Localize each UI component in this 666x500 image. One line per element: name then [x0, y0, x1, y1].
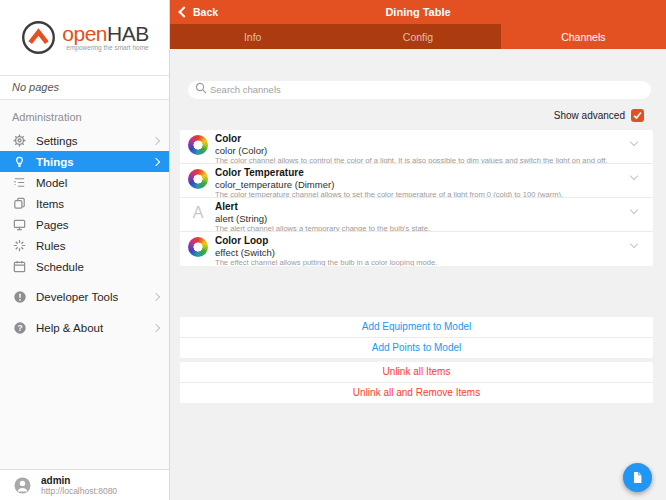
- unlink-actions-card: Unlink all Items Unlink all and Remove I…: [180, 362, 653, 403]
- channel-title: Color Loop: [215, 235, 437, 247]
- color-wheel-icon: [188, 237, 208, 257]
- openhab-logo-icon: [20, 19, 57, 56]
- sidebar-item-help-about[interactable]: ? Help & About: [0, 317, 169, 338]
- openhab-admin-app: openHAB empowering the smart home No pag…: [0, 0, 666, 500]
- sidebar-item-label: Rules: [36, 240, 159, 252]
- color-wheel-icon: [188, 135, 208, 155]
- channel-title: Color Temperature: [215, 167, 563, 179]
- channel-row-color-loop[interactable]: Color Loop effect (Switch) The effect ch…: [180, 232, 653, 266]
- channel-row-color[interactable]: Color color (Color) The color channel al…: [180, 130, 653, 164]
- tab-config[interactable]: Config: [335, 24, 500, 49]
- svg-text:?: ?: [17, 322, 22, 332]
- chevron-down-icon[interactable]: [630, 240, 638, 248]
- brand-tagline: empowering the smart home: [62, 45, 148, 52]
- sidebar-item-label: Pages: [36, 219, 159, 231]
- sidebar-item-things[interactable]: Things: [0, 151, 169, 172]
- channel-row-color-temperature[interactable]: Color Temperature color_temperature (Dim…: [180, 164, 653, 198]
- user-name: admin: [41, 475, 117, 486]
- avatar: [14, 477, 31, 494]
- tab-bar: Info Config Channels: [170, 24, 666, 49]
- sidebar-item-label: Schedule: [36, 261, 159, 273]
- channels-list: Color color (Color) The color channel al…: [180, 130, 653, 266]
- page-title: Dining Table: [170, 6, 666, 18]
- channel-title: Alert: [215, 201, 430, 213]
- brand-open-text: open: [62, 22, 107, 45]
- sidebar-item-model[interactable]: Model: [0, 172, 169, 193]
- administration-section-label: Administration: [0, 100, 169, 130]
- copy-items-icon: [12, 196, 27, 211]
- letter-a-icon: A: [188, 203, 208, 223]
- openhab-logo: openHAB empowering the smart home: [0, 0, 169, 75]
- unlink-all-items-button[interactable]: Unlink all Items: [180, 362, 653, 383]
- user-account-bar[interactable]: admin http://localhost:8080: [0, 469, 169, 500]
- no-pages-label: No pages: [0, 75, 169, 100]
- sidebar-gap: [0, 277, 169, 286]
- sidebar-item-label: Things: [36, 156, 144, 168]
- chevron-down-icon[interactable]: [630, 138, 638, 146]
- chevron-right-icon: [152, 292, 160, 300]
- help-question-icon: ?: [12, 320, 27, 335]
- channel-description: The color temperature channel allows to …: [215, 190, 563, 197]
- brand-hab-text: HAB: [107, 22, 149, 45]
- sidebar-item-label: Settings: [36, 135, 144, 147]
- model-actions-card: Add Equipment to Model Add Points to Mod…: [180, 317, 653, 358]
- main-panel: Back Dining Table Info Config Channels S…: [170, 0, 666, 500]
- chevron-right-icon: [152, 136, 160, 144]
- unlink-all-and-remove-items-button[interactable]: Unlink all and Remove Items: [180, 383, 653, 403]
- chevron-down-icon[interactable]: [630, 206, 638, 214]
- brand-wordmark: openHAB empowering the smart home: [62, 23, 148, 52]
- monitor-icon: [12, 217, 27, 232]
- lightbulb-icon: [12, 154, 27, 169]
- channel-description: The color channel allows to control the …: [215, 156, 607, 163]
- channel-id-type: alert (String): [215, 213, 430, 224]
- spark-rules-icon: [12, 238, 27, 253]
- chevron-right-icon: [152, 157, 160, 165]
- search-bar: [188, 79, 651, 97]
- show-advanced-row: Show advanced: [170, 109, 644, 122]
- chevron-left-icon: [178, 6, 189, 17]
- add-equipment-to-model-button[interactable]: Add Equipment to Model: [180, 317, 653, 338]
- sidebar-item-rules[interactable]: Rules: [0, 235, 169, 256]
- channel-title: Color: [215, 133, 607, 145]
- code-view-fab[interactable]: [623, 463, 652, 492]
- tab-info[interactable]: Info: [170, 24, 335, 49]
- chevron-down-icon[interactable]: [630, 172, 638, 180]
- sidebar-item-schedule[interactable]: Schedule: [0, 256, 169, 277]
- channel-id-type: color (Color): [215, 145, 607, 156]
- channel-id-type: color_temperature (Dimmer): [215, 179, 563, 190]
- document-icon: [631, 471, 644, 484]
- model-tree-icon: [12, 175, 27, 190]
- calendar-icon: [12, 259, 27, 274]
- back-button[interactable]: Back: [170, 6, 218, 18]
- sidebar-item-label: Help & About: [36, 322, 144, 334]
- channel-row-alert[interactable]: A Alert alert (String) The alert channel…: [180, 198, 653, 232]
- back-label: Back: [193, 6, 218, 18]
- sidebar: openHAB empowering the smart home No pag…: [0, 0, 170, 500]
- sidebar-item-label: Model: [36, 177, 159, 189]
- channel-description: The effect channel allows putting the bu…: [215, 258, 437, 266]
- sidebar-item-developer-tools[interactable]: Developer Tools: [0, 286, 169, 307]
- sidebar-item-label: Items: [36, 198, 159, 210]
- top-navbar: Back Dining Table: [170, 0, 666, 24]
- sidebar-item-label: Developer Tools: [36, 291, 144, 303]
- channel-id-type: effect (Switch): [215, 247, 437, 258]
- search-channels-input[interactable]: [188, 81, 651, 99]
- channel-description: The alert channel allows a temporary cha…: [215, 224, 430, 231]
- sidebar-item-items[interactable]: Items: [0, 193, 169, 214]
- show-advanced-label: Show advanced: [554, 110, 625, 121]
- tab-channels[interactable]: Channels: [501, 24, 666, 49]
- sidebar-item-settings[interactable]: Settings: [0, 130, 169, 151]
- sidebar-item-pages[interactable]: Pages: [0, 214, 169, 235]
- search-icon: [195, 82, 207, 94]
- chevron-right-icon: [152, 323, 160, 331]
- server-url: http://localhost:8080: [41, 486, 117, 496]
- add-points-to-model-button[interactable]: Add Points to Model: [180, 338, 653, 358]
- show-advanced-checkbox[interactable]: [631, 109, 644, 122]
- gear-icon: [12, 133, 27, 148]
- developer-tools-icon: [12, 289, 27, 304]
- color-wheel-icon: [188, 169, 208, 189]
